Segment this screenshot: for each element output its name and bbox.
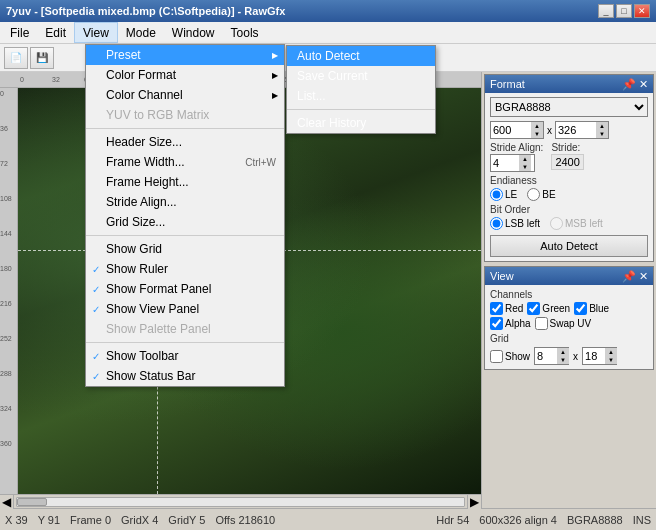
alpha-checkbox[interactable] — [490, 317, 503, 330]
menu-entry-show-grid[interactable]: Show Grid — [86, 239, 284, 259]
h-scrollbar[interactable]: ◀ ▶ — [0, 494, 481, 508]
height-down[interactable]: ▼ — [596, 130, 608, 138]
le-label: LE — [505, 189, 517, 200]
scrollbar-track[interactable] — [16, 497, 465, 507]
menu-entry-show-format[interactable]: Show Format Panel — [86, 279, 284, 299]
be-radio[interactable] — [527, 188, 540, 201]
msb-label: MSB left — [565, 218, 603, 229]
scrollbar-thumb[interactable] — [17, 498, 47, 506]
grid-w-spinners: ▲ ▼ — [557, 348, 569, 364]
msb-radio-label[interactable]: MSB left — [550, 217, 603, 230]
red-check-label[interactable]: Red — [490, 302, 523, 315]
submenu-clear-history[interactable]: Clear History — [287, 113, 435, 133]
view-panel-pin[interactable]: 📌 — [622, 270, 636, 283]
menu-entry-header-size[interactable]: Header Size... — [86, 132, 284, 152]
grid-w-field[interactable]: ▲ ▼ — [534, 347, 569, 365]
close-button[interactable]: ✕ — [634, 4, 650, 18]
le-radio-label[interactable]: LE — [490, 188, 517, 201]
menu-mode[interactable]: Mode — [118, 22, 164, 43]
menu-entry-show-toolbar[interactable]: Show Toolbar — [86, 346, 284, 366]
swap-uv-checkbox[interactable] — [535, 317, 548, 330]
stride-align-field[interactable]: ▲ ▼ — [490, 154, 535, 172]
stride-align-label: Stride Align: — [490, 142, 543, 153]
view-panel-close[interactable]: ✕ — [639, 270, 648, 283]
stride-align-up[interactable]: ▲ — [519, 155, 531, 163]
lsb-radio[interactable] — [490, 217, 503, 230]
maximize-button[interactable]: □ — [616, 4, 632, 18]
status-format: BGRA8888 — [567, 514, 623, 526]
red-checkbox[interactable] — [490, 302, 503, 315]
green-label: Green — [542, 303, 570, 314]
grid-h-field[interactable]: ▲ ▼ — [582, 347, 617, 365]
menu-entry-header-size-label: Header Size... — [106, 135, 182, 149]
grid-w-down[interactable]: ▼ — [557, 356, 569, 364]
toolbar-open-button[interactable]: 📄 — [4, 47, 28, 69]
menu-entry-color-format[interactable]: Color Format — [86, 65, 284, 85]
stride-align-col: Stride Align: ▲ ▼ — [490, 142, 543, 172]
submenu-auto-detect[interactable]: Auto Detect — [287, 46, 435, 66]
minimize-button[interactable]: _ — [598, 4, 614, 18]
menu-view[interactable]: View — [74, 22, 118, 43]
submenu-list[interactable]: List... — [287, 86, 435, 106]
grid-w-input[interactable] — [535, 348, 557, 364]
grid-section-label: Grid — [490, 333, 648, 344]
auto-detect-button[interactable]: Auto Detect — [490, 235, 648, 257]
green-checkbox[interactable] — [527, 302, 540, 315]
bit-order-section: Bit Order LSB left MSB left — [490, 204, 648, 230]
scroll-left-button[interactable]: ◀ — [0, 495, 14, 509]
menu-entry-frame-width[interactable]: Frame Width... Ctrl+W — [86, 152, 284, 172]
menu-entry-stride-align-label: Stride Align... — [106, 195, 177, 209]
grid-h-down[interactable]: ▼ — [605, 356, 617, 364]
menu-entry-show-view[interactable]: Show View Panel — [86, 299, 284, 319]
preset-submenu: Auto Detect Save Current List... Clear H… — [286, 45, 436, 134]
le-radio[interactable] — [490, 188, 503, 201]
width-down[interactable]: ▼ — [531, 130, 543, 138]
menu-entry-stride-align[interactable]: Stride Align... — [86, 192, 284, 212]
height-input[interactable] — [556, 122, 596, 138]
format-select[interactable]: BGRA8888 — [490, 97, 648, 117]
menu-entry-show-statusbar[interactable]: Show Status Bar — [86, 366, 284, 386]
blue-label: Blue — [589, 303, 609, 314]
menu-entry-show-ruler[interactable]: Show Ruler — [86, 259, 284, 279]
height-up[interactable]: ▲ — [596, 122, 608, 130]
menu-entry-grid-size[interactable]: Grid Size... — [86, 212, 284, 232]
status-x: X 39 — [5, 514, 28, 526]
grid-w-up[interactable]: ▲ — [557, 348, 569, 356]
grid-show-checkbox[interactable] — [490, 350, 503, 363]
menu-window[interactable]: Window — [164, 22, 223, 43]
menu-sep-1 — [86, 128, 284, 129]
width-up[interactable]: ▲ — [531, 122, 543, 130]
height-field[interactable]: ▲ ▼ — [555, 121, 609, 139]
grid-show-label[interactable]: Show — [490, 350, 530, 363]
menu-entry-frame-height[interactable]: Frame Height... — [86, 172, 284, 192]
menu-entry-preset[interactable]: Preset Auto Detect Save Current List... … — [86, 45, 284, 65]
format-panel-close[interactable]: ✕ — [639, 78, 648, 91]
submenu-save-current[interactable]: Save Current — [287, 66, 435, 86]
menu-file[interactable]: File — [2, 22, 37, 43]
grid-h-input[interactable] — [583, 348, 605, 364]
swap-uv-check-label[interactable]: Swap UV — [535, 317, 592, 330]
grid-h-up[interactable]: ▲ — [605, 348, 617, 356]
msb-radio[interactable] — [550, 217, 563, 230]
blue-checkbox[interactable] — [574, 302, 587, 315]
green-check-label[interactable]: Green — [527, 302, 570, 315]
dims-row: ▲ ▼ x ▲ ▼ — [490, 121, 648, 139]
stride-align-down[interactable]: ▼ — [519, 163, 531, 171]
scroll-right-button[interactable]: ▶ — [467, 495, 481, 509]
lsb-radio-label[interactable]: LSB left — [490, 217, 540, 230]
menu-edit[interactable]: Edit — [37, 22, 74, 43]
menu-entry-color-channel[interactable]: Color Channel — [86, 85, 284, 105]
toolbar-save-button[interactable]: 💾 — [30, 47, 54, 69]
width-field[interactable]: ▲ ▼ — [490, 121, 544, 139]
endian-radio-row: LE BE — [490, 188, 648, 201]
width-input[interactable] — [491, 122, 531, 138]
alpha-check-label[interactable]: Alpha — [490, 317, 531, 330]
stride-align-input[interactable] — [491, 155, 519, 171]
blue-check-label[interactable]: Blue — [574, 302, 609, 315]
status-gridy: GridY 5 — [168, 514, 205, 526]
menu-entry-show-palette: Show Palette Panel — [86, 319, 284, 339]
format-panel-pin[interactable]: 📌 — [622, 78, 636, 91]
menu-tools[interactable]: Tools — [223, 22, 267, 43]
status-gridx: GridX 4 — [121, 514, 158, 526]
be-radio-label[interactable]: BE — [527, 188, 555, 201]
